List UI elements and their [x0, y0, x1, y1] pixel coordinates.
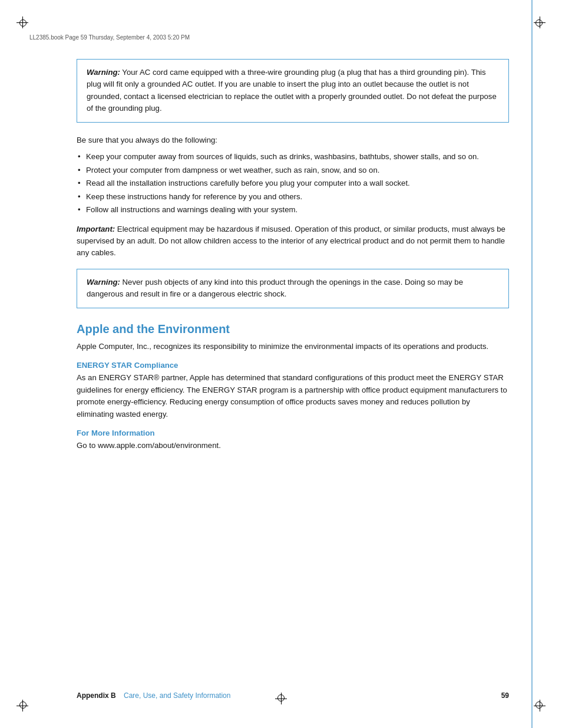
warning-text-1: Your AC cord came equipped with a three-…: [87, 68, 497, 113]
list-item: Protect your computer from dampness or w…: [77, 164, 509, 176]
list-item: Read all the installation instructions c…: [77, 177, 509, 189]
corner-circle-tr: [535, 19, 543, 27]
warning-label-2: Warning:: [87, 278, 120, 286]
more-info-body: Go to www.apple.com/about/environment.: [77, 440, 509, 452]
warning-text-2: Never push objects of any kind into this…: [87, 278, 463, 298]
corner-circle-tl: [19, 19, 27, 27]
list-item: Keep these instructions handy for refere…: [77, 191, 509, 203]
warning-box-1: Warning: Your AC cord came equipped with…: [77, 59, 509, 123]
corner-circle-br: [535, 701, 543, 709]
footer-appendix: Appendix B Care, Use, and Safety Informa…: [77, 691, 230, 700]
warning-label-1: Warning:: [87, 68, 120, 77]
footer-area: Appendix B Care, Use, and Safety Informa…: [77, 691, 509, 700]
footer-page-number: 59: [501, 691, 509, 700]
header-line: LL2385.book Page 59 Thursday, September …: [29, 34, 533, 41]
important-text: Electrical equipment may be hazardous if…: [77, 225, 505, 258]
energy-star-body: As an ENERGY STAR® partner, Apple has de…: [77, 372, 509, 420]
body-intro: Be sure that you always do the following…: [77, 134, 509, 146]
right-border-line: [531, 0, 533, 728]
section-intro: Apple Computer, Inc., recognizes its res…: [77, 341, 509, 353]
energy-star-title: ENERGY STAR Compliance: [77, 361, 509, 370]
list-item: Keep your computer away from sources of …: [77, 151, 509, 163]
important-block: Important: Electrical equipment may be h…: [77, 223, 509, 259]
important-label: Important:: [77, 225, 115, 233]
warning-box-2: Warning: Never push objects of any kind …: [77, 269, 509, 308]
content-area: Warning: Your AC cord came equipped with…: [77, 59, 509, 669]
corner-circle-bl: [19, 701, 27, 709]
bullet-list: Keep your computer away from sources of …: [77, 151, 509, 216]
page-container: LL2385.book Page 59 Thursday, September …: [0, 0, 562, 728]
list-item: Follow all instructions and warnings dea…: [77, 204, 509, 216]
more-info-title: For More Information: [77, 429, 509, 437]
header-text: LL2385.book Page 59 Thursday, September …: [29, 34, 190, 41]
footer-appendix-link: Care, Use, and Safety Information: [124, 691, 230, 700]
footer-appendix-label: Appendix B: [77, 691, 116, 700]
section-title: Apple and the Environment: [77, 322, 509, 336]
